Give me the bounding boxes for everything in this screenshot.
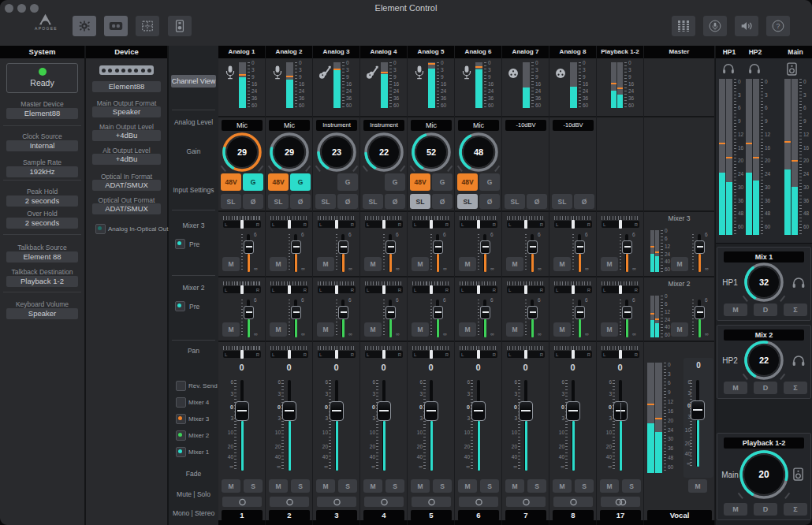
fader-handle[interactable]: [377, 401, 391, 421]
send-fader-handle[interactable]: [527, 306, 538, 319]
mix-dim-button[interactable]: D: [754, 303, 777, 316]
pan-slider[interactable]: LR: [460, 216, 497, 229]
solo-button[interactable]: S: [480, 479, 499, 493]
solo-button[interactable]: S: [433, 479, 452, 493]
mixer2-mute-button[interactable]: M: [270, 322, 287, 337]
group-button[interactable]: G: [385, 173, 405, 191]
mix-sum-button[interactable]: Σ: [784, 303, 807, 316]
pan-slider[interactable]: LR: [412, 346, 450, 359]
pan-slider[interactable]: LR: [223, 216, 261, 229]
pan-slider[interactable]: LR: [507, 346, 545, 359]
group-button[interactable]: G: [479, 173, 500, 191]
fader-handle[interactable]: [235, 401, 249, 421]
pan-slider[interactable]: LR: [365, 216, 403, 229]
send-fader-handle[interactable]: [695, 306, 705, 319]
mixer3-mute-button[interactable]: M: [459, 257, 476, 271]
group-button[interactable]: G: [243, 173, 263, 191]
input-type-selector[interactable]: -10dBV: [553, 120, 594, 131]
input-type-selector[interactable]: -10dBV: [505, 120, 546, 131]
fader-handle[interactable]: [471, 401, 486, 421]
group-button[interactable]: G: [290, 173, 311, 191]
master-send-mute-button[interactable]: M: [671, 257, 688, 271]
mixer2-mute-button[interactable]: M: [317, 322, 334, 337]
pan-slider[interactable]: LR: [554, 346, 592, 359]
send-fader-handle[interactable]: [622, 306, 632, 319]
meters-button[interactable]: [672, 16, 695, 36]
phase-button[interactable]: Ø: [243, 194, 263, 209]
pan-slider[interactable]: LR: [318, 281, 356, 294]
mixer2-mute-button[interactable]: M: [412, 322, 429, 337]
mixer3-mute-button[interactable]: M: [222, 257, 240, 271]
solo-button[interactable]: S: [244, 479, 263, 493]
send-fader-handle[interactable]: [338, 240, 348, 254]
fader-handle[interactable]: [613, 401, 628, 421]
solo-button[interactable]: S: [338, 479, 357, 493]
mono-link-button[interactable]: [364, 497, 404, 507]
soft-limit-button[interactable]: SL: [315, 194, 336, 209]
peak-hold-value[interactable]: 2 seconds: [6, 195, 78, 207]
mix-mute-button[interactable]: M: [724, 503, 747, 516]
settings-button[interactable]: [73, 16, 96, 36]
pan-slider[interactable]: LR: [554, 281, 592, 294]
soft-limit-button[interactable]: SL: [457, 194, 478, 209]
send-checkbox-mixer-4[interactable]: [176, 397, 186, 408]
main-output-level-value[interactable]: +4dBu: [92, 130, 161, 141]
mixer2-mute-button[interactable]: M: [553, 322, 571, 337]
soft-limit-button[interactable]: SL: [505, 194, 525, 209]
mix-level-knob[interactable]: 20: [738, 449, 790, 501]
solo-button[interactable]: S: [575, 479, 594, 493]
mix-level-knob[interactable]: 22: [743, 339, 785, 382]
send-fader-handle[interactable]: [480, 306, 490, 319]
mute-button[interactable]: M: [553, 479, 572, 493]
solo-button[interactable]: S: [622, 479, 641, 493]
mixer3-mute-button[interactable]: M: [412, 257, 429, 271]
mono-link-button[interactable]: [270, 497, 309, 507]
device-view-button[interactable]: [168, 16, 192, 36]
send-checkbox-mixer-1[interactable]: [176, 447, 186, 457]
send-fader-handle[interactable]: [244, 306, 254, 319]
phase-button[interactable]: Ø: [527, 194, 547, 209]
over-hold-value[interactable]: 2 seconds: [6, 218, 78, 229]
pre-checkbox-mixer3[interactable]: [175, 239, 185, 249]
master-mute-button[interactable]: M: [688, 479, 707, 493]
master-device-value[interactable]: Element88: [6, 108, 78, 119]
talkback-source-value[interactable]: Element 88: [6, 251, 78, 262]
input-type-selector[interactable]: Mic: [458, 120, 499, 131]
pan-slider[interactable]: LR: [507, 281, 545, 294]
phantom-48v-button[interactable]: 48V: [410, 173, 430, 191]
mute-button[interactable]: M: [316, 479, 335, 493]
pan-slider[interactable]: LR: [460, 281, 497, 294]
clock-source-value[interactable]: Internal: [6, 140, 78, 151]
send-checkbox-mixer-3[interactable]: [176, 414, 186, 424]
mix-level-knob[interactable]: 32: [743, 261, 785, 303]
mixer2-mute-button[interactable]: M: [506, 322, 523, 337]
pan-slider[interactable]: LR: [270, 281, 308, 294]
mute-button[interactable]: M: [222, 479, 240, 493]
pan-slider[interactable]: LR: [460, 346, 497, 359]
phase-button[interactable]: Ø: [574, 194, 594, 209]
mono-link-button[interactable]: [317, 497, 356, 507]
optical-out-format-value[interactable]: ADAT/SMUX: [92, 203, 161, 214]
mute-button[interactable]: M: [458, 479, 477, 493]
mixer3-mute-button[interactable]: M: [270, 257, 287, 271]
group-button[interactable]: G: [432, 173, 453, 191]
solo-button[interactable]: S: [291, 479, 310, 493]
fader-handle[interactable]: [566, 401, 580, 421]
fader-handle[interactable]: [282, 401, 296, 421]
volume-button[interactable]: [735, 16, 758, 36]
mono-link-button[interactable]: [459, 497, 498, 507]
send-fader-handle[interactable]: [433, 306, 443, 319]
pan-slider[interactable]: LR: [507, 216, 545, 229]
send-fader-handle[interactable]: [622, 240, 632, 254]
keyboard-volume-value[interactable]: Speaker: [6, 308, 78, 319]
analog-in-optical-out-checkbox[interactable]: [95, 224, 106, 234]
mono-link-button[interactable]: [553, 497, 593, 507]
mute-button[interactable]: M: [363, 479, 382, 493]
pan-slider[interactable]: LR: [223, 346, 261, 359]
stereo-link-button[interactable]: [601, 497, 640, 507]
mute-button[interactable]: M: [505, 479, 524, 493]
phase-button[interactable]: Ø: [432, 194, 453, 209]
pan-slider[interactable]: LR: [318, 216, 356, 229]
pre-checkbox-mixer2[interactable]: [175, 301, 185, 311]
pan-slider[interactable]: LR: [365, 281, 403, 294]
